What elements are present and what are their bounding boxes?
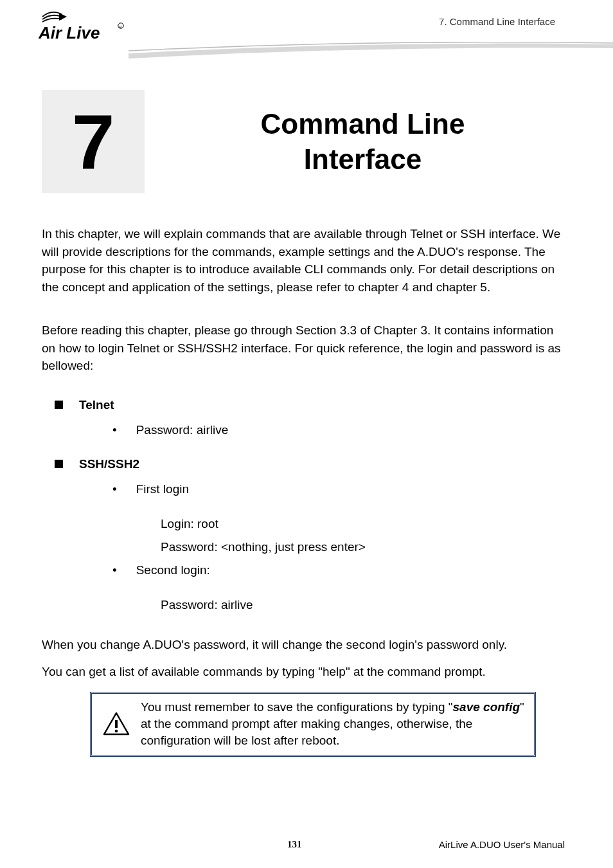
intro-paragraph-2: Before reading this chapter, please go t…	[42, 321, 568, 375]
note-box: You must remember to save the configurat…	[90, 692, 536, 757]
telnet-password: Password: airlive	[136, 419, 229, 442]
bullet-dot-icon: •	[112, 559, 117, 582]
ssh-first-login-item: • First login	[112, 478, 568, 501]
header-breadcrumb: 7. Command Line Interface	[439, 16, 555, 27]
ssh-heading: SSH/SSH2	[79, 457, 139, 471]
telnet-password-item: • Password: airlive	[112, 419, 568, 442]
warning-icon	[101, 699, 132, 748]
ssh-second-login-item: • Second login:	[112, 559, 568, 582]
page-content: 7 Command Line Interface In this chapter…	[0, 90, 613, 757]
telnet-list: • Password: airlive	[112, 419, 568, 442]
ssh-list: • First login	[112, 478, 568, 501]
header-divider	[129, 42, 613, 61]
chapter-title-line2: Interface	[304, 143, 422, 175]
chapter-title-line1: Command Line	[261, 108, 465, 140]
note-pre: You must remember to save the configurat…	[141, 700, 453, 714]
ssh-heading-row: SSH/SSH2	[42, 457, 568, 471]
ssh-second-list: • Second login:	[112, 559, 568, 582]
chapter-heading: 7 Command Line Interface	[42, 90, 568, 193]
bullet-dot-icon: •	[112, 478, 117, 501]
password-change-paragraph: When you change A.DUO's password, it wil…	[42, 636, 568, 654]
ssh-first-login-label: First login	[136, 478, 189, 501]
telnet-heading-row: Telnet	[42, 398, 568, 412]
chapter-number-box: 7	[42, 90, 145, 193]
square-bullet-icon	[55, 460, 63, 468]
airlive-logo: Air Live R	[39, 8, 129, 46]
svg-rect-3	[115, 720, 118, 728]
note-text: You must remember to save the configurat…	[132, 699, 525, 748]
svg-point-4	[115, 730, 118, 733]
chapter-title: Command Line Interface	[145, 106, 568, 177]
note-command: save config	[453, 700, 520, 714]
intro-paragraph-1: In this chapter, we will explain command…	[42, 225, 568, 296]
chapter-number: 7	[72, 103, 115, 180]
bullet-dot-icon: •	[112, 419, 117, 442]
ssh-second-login-label: Second login:	[136, 559, 210, 582]
help-paragraph: You can get a list of available commands…	[42, 663, 568, 681]
square-bullet-icon	[55, 401, 63, 409]
svg-text:Air Live: Air Live	[39, 23, 100, 42]
svg-text:R: R	[119, 25, 122, 29]
page-number: 131	[287, 839, 302, 850]
page-footer: 131 AirLive A.DUO User's Manual	[0, 839, 613, 850]
page-header: Air Live R 7. Command Line Interface	[0, 0, 613, 71]
ssh-second-login-password: Password: airlive	[161, 593, 568, 617]
telnet-heading: Telnet	[79, 398, 114, 412]
ssh-first-login-login: Login: root	[161, 512, 568, 536]
ssh-first-login-password: Password: <nothing, just press enter>	[161, 536, 568, 559]
footer-manual-title: AirLive A.DUO User's Manual	[439, 839, 565, 850]
